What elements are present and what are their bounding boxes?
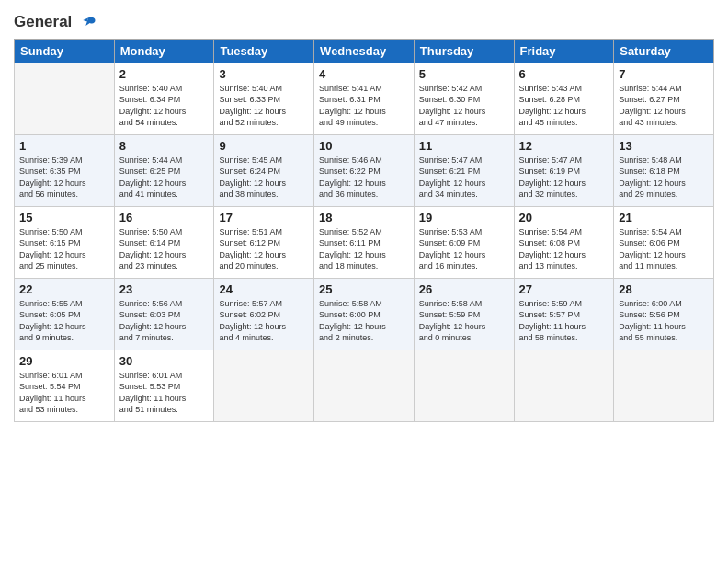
header-row: SundayMondayTuesdayWednesdayThursdayFrid… [15,39,714,63]
cell-info: Sunrise: 5:58 AM Sunset: 5:59 PM Dayligh… [419,298,509,344]
calendar-cell [514,350,614,421]
day-number: 9 [219,139,309,153]
day-number: 20 [519,211,609,224]
calendar-cell: 16Sunrise: 5:50 AM Sunset: 6:14 PM Dayli… [114,206,214,278]
cell-info: Sunrise: 5:40 AM Sunset: 6:34 PM Dayligh… [119,83,210,129]
week-row-4: 29Sunrise: 6:01 AM Sunset: 5:54 PM Dayli… [15,350,714,421]
calendar-cell: 3Sunrise: 5:40 AM Sunset: 6:33 PM Daylig… [214,63,314,134]
calendar-cell: 13Sunrise: 5:48 AM Sunset: 6:18 PM Dayli… [614,134,714,206]
col-header-friday: Friday [514,39,614,63]
cell-info: Sunrise: 5:58 AM Sunset: 6:00 PM Dayligh… [319,298,409,344]
day-number: 24 [219,282,309,296]
calendar-cell: 8Sunrise: 5:44 AM Sunset: 6:25 PM Daylig… [114,134,214,206]
calendar-cell: 17Sunrise: 5:51 AM Sunset: 6:12 PM Dayli… [214,206,314,278]
calendar-cell: 12Sunrise: 5:47 AM Sunset: 6:19 PM Dayli… [514,134,614,206]
calendar-cell: 25Sunrise: 5:58 AM Sunset: 6:00 PM Dayli… [314,278,415,350]
calendar-cell: 24Sunrise: 5:57 AM Sunset: 6:02 PM Dayli… [214,278,314,350]
day-number: 4 [319,67,409,81]
cell-info: Sunrise: 5:41 AM Sunset: 6:31 PM Dayligh… [319,83,409,129]
day-number: 26 [419,282,509,296]
cell-info: Sunrise: 5:40 AM Sunset: 6:33 PM Dayligh… [219,83,309,129]
cell-info: Sunrise: 5:50 AM Sunset: 6:14 PM Dayligh… [119,226,210,272]
calendar-cell: 23Sunrise: 5:56 AM Sunset: 6:03 PM Dayli… [114,278,214,350]
day-number: 8 [119,139,210,153]
day-number: 7 [619,67,709,81]
calendar-cell: 21Sunrise: 5:54 AM Sunset: 6:06 PM Dayli… [614,206,714,278]
cell-info: Sunrise: 6:01 AM Sunset: 5:53 PM Dayligh… [119,370,210,416]
day-number: 12 [519,139,609,153]
day-number: 25 [319,282,409,296]
calendar-cell [314,350,415,421]
calendar-cell: 9Sunrise: 5:45 AM Sunset: 6:24 PM Daylig… [214,134,314,206]
calendar-cell: 29Sunrise: 6:01 AM Sunset: 5:54 PM Dayli… [15,350,115,421]
cell-info: Sunrise: 5:57 AM Sunset: 6:02 PM Dayligh… [219,298,309,344]
calendar-cell: 1Sunrise: 5:39 AM Sunset: 6:35 PM Daylig… [15,134,115,206]
col-header-monday: Monday [114,39,214,63]
week-row-0: 2Sunrise: 5:40 AM Sunset: 6:34 PM Daylig… [15,63,714,134]
cell-info: Sunrise: 5:43 AM Sunset: 6:28 PM Dayligh… [519,83,609,129]
day-number: 15 [19,211,109,224]
calendar-cell: 15Sunrise: 5:50 AM Sunset: 6:15 PM Dayli… [15,206,115,278]
calendar-cell: 22Sunrise: 5:55 AM Sunset: 6:05 PM Dayli… [15,278,115,350]
day-number: 29 [19,354,109,368]
calendar-cell: 19Sunrise: 5:53 AM Sunset: 6:09 PM Dayli… [414,206,514,278]
cell-info: Sunrise: 5:39 AM Sunset: 6:35 PM Dayligh… [19,155,109,201]
day-number: 21 [619,211,709,224]
col-header-sunday: Sunday [15,39,115,63]
day-number: 16 [119,211,210,224]
calendar-cell: 26Sunrise: 5:58 AM Sunset: 5:59 PM Dayli… [414,278,514,350]
header: General [14,9,714,31]
cell-info: Sunrise: 5:47 AM Sunset: 6:19 PM Dayligh… [519,155,609,201]
calendar-cell [414,350,514,421]
cell-info: Sunrise: 5:59 AM Sunset: 5:57 PM Dayligh… [519,298,609,344]
day-number: 27 [519,282,609,296]
cell-info: Sunrise: 5:52 AM Sunset: 6:11 PM Dayligh… [319,226,409,272]
calendar-cell: 18Sunrise: 5:52 AM Sunset: 6:11 PM Dayli… [314,206,415,278]
page-container: General SundayMondayTuesdayWednesdayThur… [0,0,728,431]
cell-info: Sunrise: 6:01 AM Sunset: 5:54 PM Dayligh… [19,370,109,416]
day-number: 6 [519,67,609,81]
cell-info: Sunrise: 5:44 AM Sunset: 6:25 PM Dayligh… [119,155,210,201]
cell-info: Sunrise: 5:54 AM Sunset: 6:06 PM Dayligh… [619,226,709,272]
col-header-tuesday: Tuesday [214,39,314,63]
calendar-cell: 2Sunrise: 5:40 AM Sunset: 6:34 PM Daylig… [114,63,214,134]
calendar-cell [214,350,314,421]
week-row-1: 1Sunrise: 5:39 AM Sunset: 6:35 PM Daylig… [15,134,714,206]
cell-info: Sunrise: 5:55 AM Sunset: 6:05 PM Dayligh… [19,298,109,344]
day-number: 13 [619,139,709,153]
cell-info: Sunrise: 5:53 AM Sunset: 6:09 PM Dayligh… [419,226,509,272]
day-number: 5 [419,67,509,81]
day-number: 22 [19,282,109,296]
calendar-cell: 6Sunrise: 5:43 AM Sunset: 6:28 PM Daylig… [514,63,614,134]
week-row-2: 15Sunrise: 5:50 AM Sunset: 6:15 PM Dayli… [15,206,714,278]
cell-info: Sunrise: 6:00 AM Sunset: 5:56 PM Dayligh… [619,298,709,344]
col-header-saturday: Saturday [614,39,714,63]
calendar-cell: 4Sunrise: 5:41 AM Sunset: 6:31 PM Daylig… [314,63,415,134]
day-number: 18 [319,211,409,224]
day-number: 30 [119,354,210,368]
cell-info: Sunrise: 5:50 AM Sunset: 6:15 PM Dayligh… [19,226,109,272]
day-number: 2 [119,67,210,81]
col-header-wednesday: Wednesday [314,39,415,63]
cell-info: Sunrise: 5:42 AM Sunset: 6:30 PM Dayligh… [419,83,509,129]
cell-info: Sunrise: 5:54 AM Sunset: 6:08 PM Dayligh… [519,226,609,272]
cell-info: Sunrise: 5:48 AM Sunset: 6:18 PM Dayligh… [619,155,709,201]
logo: General [14,13,97,31]
cell-info: Sunrise: 5:47 AM Sunset: 6:21 PM Dayligh… [419,155,509,201]
week-row-3: 22Sunrise: 5:55 AM Sunset: 6:05 PM Dayli… [15,278,714,350]
cell-info: Sunrise: 5:56 AM Sunset: 6:03 PM Dayligh… [119,298,210,344]
day-number: 17 [219,211,309,224]
day-number: 3 [219,67,309,81]
calendar-cell [614,350,714,421]
cell-info: Sunrise: 5:51 AM Sunset: 6:12 PM Dayligh… [219,226,309,272]
day-number: 19 [419,211,509,224]
day-number: 10 [319,139,409,153]
cell-info: Sunrise: 5:44 AM Sunset: 6:27 PM Dayligh… [619,83,709,129]
cell-info: Sunrise: 5:46 AM Sunset: 6:22 PM Dayligh… [319,155,409,201]
calendar-table: SundayMondayTuesdayWednesdayThursdayFrid… [14,39,714,422]
calendar-cell: 10Sunrise: 5:46 AM Sunset: 6:22 PM Dayli… [314,134,415,206]
calendar-cell: 11Sunrise: 5:47 AM Sunset: 6:21 PM Dayli… [414,134,514,206]
cell-info: Sunrise: 5:45 AM Sunset: 6:24 PM Dayligh… [219,155,309,201]
logo-bird-icon [76,15,97,31]
calendar-cell: 7Sunrise: 5:44 AM Sunset: 6:27 PM Daylig… [614,63,714,134]
